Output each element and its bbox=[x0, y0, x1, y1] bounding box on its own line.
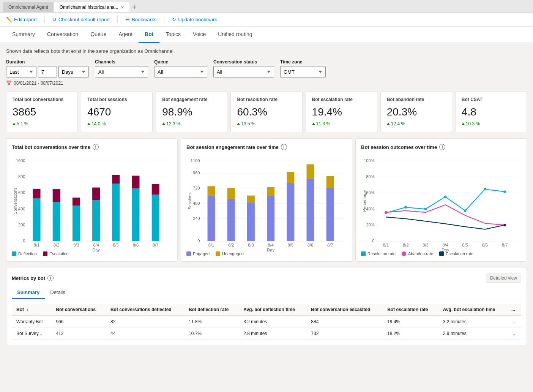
col-avg-deflection-time[interactable]: Avg. bot deflection time bbox=[239, 304, 306, 316]
kpi-value-6: 4.8 bbox=[462, 106, 520, 118]
close-icon[interactable]: ✕ bbox=[121, 5, 124, 10]
charts-row: Total bot conversations over time i 1000… bbox=[6, 138, 527, 262]
svg-text:8/7: 8/7 bbox=[327, 243, 333, 247]
col-deflection-rate[interactable]: Bot deflection rate bbox=[184, 304, 239, 316]
metrics-info-icon[interactable]: i bbox=[47, 275, 54, 281]
svg-text:8/2: 8/2 bbox=[54, 243, 59, 247]
svg-text:Sessions: Sessions bbox=[188, 192, 192, 209]
kpi-title-2: Bot engagement rate bbox=[162, 97, 221, 102]
kpi-title-5: Bot abandon rate bbox=[387, 97, 446, 102]
svg-rect-21 bbox=[112, 184, 120, 241]
cell-avg-deflection: 2.8 minutes bbox=[239, 328, 306, 340]
svg-point-87 bbox=[464, 209, 467, 212]
svg-text:100%: 100% bbox=[364, 158, 375, 163]
nav-tab-bot[interactable]: Bot bbox=[139, 27, 159, 43]
nav-tab-topics[interactable]: Topics bbox=[159, 27, 187, 43]
cell-more: ... bbox=[507, 316, 521, 328]
duration-type-select[interactable]: Last bbox=[6, 66, 36, 77]
conv-status-select[interactable]: All bbox=[213, 66, 274, 77]
nav-tab-unified-routing[interactable]: Unified routing bbox=[212, 27, 258, 43]
update-bookmark-button[interactable]: ↻ Update bookmark bbox=[172, 17, 217, 22]
nav-tab-queue[interactable]: Queue bbox=[84, 27, 112, 43]
tab-omnichannel-historical[interactable]: Omnichannel historical ana... ✕ bbox=[54, 2, 129, 12]
arrow-up-icon bbox=[162, 123, 165, 125]
chart2-info-icon[interactable]: i bbox=[281, 144, 287, 150]
kpi-value-0: 3865 bbox=[13, 106, 71, 118]
channels-select[interactable]: All bbox=[95, 66, 148, 77]
col-bot-conversations[interactable]: Bot conversations bbox=[51, 304, 106, 316]
deflection-color bbox=[12, 251, 16, 256]
cell-avg-escalation: 2.9 minutes bbox=[438, 328, 507, 340]
svg-text:Day: Day bbox=[267, 248, 274, 252]
edit-report-button[interactable]: ✏️ Edit report bbox=[6, 17, 37, 22]
col-deflected[interactable]: Bot conversations deflected bbox=[106, 304, 184, 316]
col-bot[interactable]: Bot ↑ bbox=[12, 304, 51, 316]
info-banner: Shown data reflects bots that exist in t… bbox=[6, 48, 527, 54]
svg-rect-50 bbox=[227, 199, 235, 241]
bookmarks-icon: ☰ bbox=[125, 17, 130, 22]
table-row: Bot Survey... 412 44 10.7% 2.8 minutes 7… bbox=[12, 328, 521, 340]
checkout-report-button[interactable]: ↺ Checkout default report bbox=[52, 17, 110, 22]
cell-bot-name: Warranty Bot bbox=[12, 316, 51, 328]
svg-text:1000: 1000 bbox=[16, 158, 25, 163]
filters-row: Duration Last Days Channels All Queue Al… bbox=[6, 59, 527, 77]
svg-rect-48 bbox=[208, 196, 215, 241]
timezone-select[interactable]: GMT bbox=[280, 66, 326, 77]
svg-rect-15 bbox=[53, 202, 60, 241]
svg-rect-54 bbox=[267, 196, 274, 241]
svg-point-86 bbox=[444, 196, 447, 198]
duration-unit-select[interactable]: Days bbox=[58, 66, 89, 77]
col-avg-escalation-time[interactable]: Avg. bot escalation time bbox=[438, 304, 507, 316]
svg-text:960: 960 bbox=[193, 171, 200, 175]
svg-rect-51 bbox=[227, 188, 235, 199]
cell-escalated: 884 bbox=[306, 316, 383, 328]
queue-select[interactable]: All bbox=[154, 66, 207, 77]
svg-rect-18 bbox=[73, 198, 80, 205]
svg-text:8/5: 8/5 bbox=[113, 243, 119, 247]
sub-tab-details[interactable]: Details bbox=[45, 286, 71, 299]
edit-icon: ✏️ bbox=[6, 17, 12, 22]
duration-value-input[interactable] bbox=[38, 66, 57, 77]
table-header-row: Bot ↑ Bot conversations Bot conversation… bbox=[12, 304, 521, 316]
metrics-section: Metrics by bot i Detailed view Summary D… bbox=[6, 268, 527, 345]
kpi-value-5: 20.3% bbox=[387, 106, 446, 118]
svg-text:Conversations: Conversations bbox=[13, 187, 17, 214]
nav-tab-voice[interactable]: Voice bbox=[187, 27, 212, 43]
browser-tab-bar: Omnichannel Agent Omnichannel historical… bbox=[0, 0, 533, 13]
svg-rect-52 bbox=[247, 202, 255, 241]
col-more: ... bbox=[507, 304, 521, 316]
chart2-title: Bot session engagement rate over time i bbox=[186, 144, 347, 150]
svg-text:600: 600 bbox=[18, 190, 25, 195]
kpi-change-4: 11.3 % bbox=[312, 121, 371, 126]
add-tab-button[interactable]: + bbox=[130, 3, 139, 11]
timezone-filter: Time zone GMT bbox=[280, 59, 326, 77]
detailed-view-button[interactable]: Detailed view bbox=[486, 273, 521, 283]
col-escalation-rate[interactable]: Bot escalation rate bbox=[383, 304, 438, 316]
chart3-legend: Resolution rate Abandon rate Escalation … bbox=[361, 251, 521, 256]
svg-rect-23 bbox=[132, 188, 139, 241]
kpi-card-1: Total bot sessions 4670 14.0 % bbox=[81, 91, 153, 132]
chart1-info-icon[interactable]: i bbox=[93, 144, 99, 150]
svg-text:8/6: 8/6 bbox=[133, 243, 139, 247]
chart-engagement-over-time: Bot session engagement rate over time i … bbox=[181, 138, 352, 262]
cell-conversations: 966 bbox=[51, 316, 106, 328]
svg-text:0: 0 bbox=[372, 239, 374, 243]
kpi-title-4: Bot escalation rate bbox=[312, 97, 371, 102]
kpi-title-0: Total bot conversations bbox=[13, 97, 71, 102]
kpi-cards-row: Total bot conversations 3865 5.1 % Total… bbox=[6, 91, 527, 132]
svg-text:0: 0 bbox=[23, 239, 25, 243]
chart3-info-icon[interactable]: i bbox=[439, 144, 445, 150]
tab-omnichannel-agent[interactable]: Omnichannel Agent bbox=[3, 2, 54, 12]
bookmarks-button[interactable]: ☰ Bookmarks bbox=[125, 17, 156, 22]
sub-tab-summary[interactable]: Summary bbox=[12, 286, 45, 299]
svg-rect-22 bbox=[112, 175, 120, 183]
col-escalated[interactable]: Bot conversation escalated bbox=[306, 304, 383, 316]
cell-deflection-rate: 10.7% bbox=[184, 328, 239, 340]
nav-tab-agent[interactable]: Agent bbox=[112, 27, 139, 43]
nav-tab-summary[interactable]: Summary bbox=[6, 27, 41, 43]
svg-text:8/7: 8/7 bbox=[153, 243, 158, 247]
nav-tab-conversation[interactable]: Conversation bbox=[41, 27, 85, 43]
cell-deflected: 44 bbox=[106, 328, 184, 340]
svg-rect-19 bbox=[92, 200, 100, 241]
kpi-card-5: Bot abandon rate 20.3% 12.4 % bbox=[380, 91, 452, 132]
